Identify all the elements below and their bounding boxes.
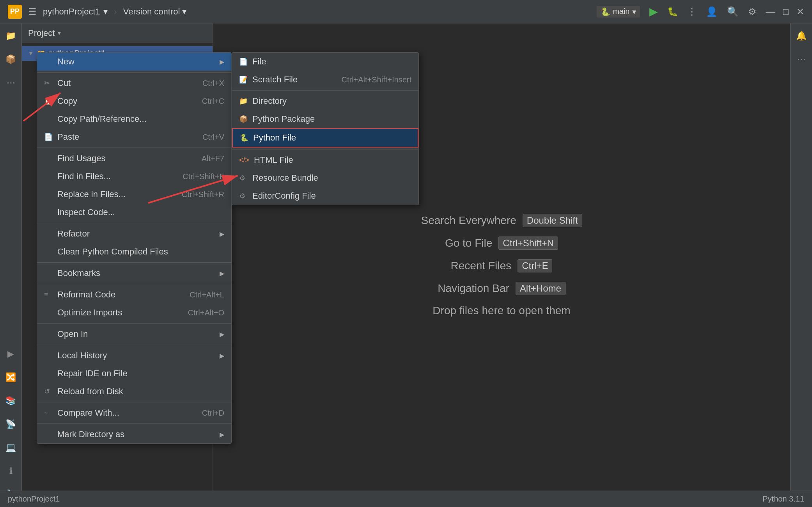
hint-recent-files: Recent Files Ctrl+E — [451, 259, 553, 272]
sidebar-item-project[interactable]: 📁 — [3, 28, 19, 44]
ctx-item-find-usages[interactable]: Find Usages Alt+F7 — [37, 149, 231, 167]
ctx-shortcut-compare-with: Ctrl+D — [202, 409, 224, 418]
ctx-item-repair-ide[interactable]: Repair IDE on File — [37, 365, 231, 382]
hint-drop-files: Drop files here to open them — [433, 304, 570, 317]
ctx-sep3 — [37, 223, 231, 223]
titlebar-right: 🐍 main ▾ ▶ 🐛 ⋮ 👤 🔍 ⚙ — □ ✕ — [597, 5, 804, 18]
ctx-label-new: New — [57, 57, 74, 67]
sidebar-item-run[interactable]: ▶ — [3, 346, 19, 362]
editorconfig-icon: ⚙ — [239, 192, 248, 200]
ctx-new-sep1 — [232, 90, 418, 91]
ctx-new-file[interactable]: 📄 File — [232, 53, 418, 71]
ctx-shortcut-find-usages: Alt+F7 — [202, 154, 224, 163]
ctx-label-refactor: Refactor — [57, 229, 90, 239]
project-arrow: ▾ — [103, 7, 108, 17]
right-icon-bell[interactable]: 🔔 — [794, 28, 809, 44]
new-submenu[interactable]: 📄 File 📝 Scratch File Ctrl+Alt+Shift+Ins… — [232, 52, 419, 205]
ctx-new-directory[interactable]: 📁 Directory — [232, 92, 418, 110]
search-icon[interactable]: 🔍 — [727, 6, 739, 17]
ctx-item-bookmarks[interactable]: Bookmarks ▶ — [37, 264, 231, 282]
debug-button[interactable]: 🐛 — [667, 7, 678, 17]
ctx-new-python-file[interactable]: 🐍 Python File — [232, 128, 418, 148]
ctx-label-reload-disk: Reload from Disk — [57, 386, 123, 397]
ctx-label-bookmarks: Bookmarks — [57, 268, 100, 278]
ctx-new-html-label: HTML File — [254, 155, 293, 165]
ctx-item-find-in-files[interactable]: Find in Files... Ctrl+Shift+F — [37, 167, 231, 185]
ctx-label-find-usages: Find Usages — [57, 153, 106, 164]
ctx-arrow-bookmarks: ▶ — [220, 270, 224, 277]
ctx-item-compare-with[interactable]: ~ Compare With... Ctrl+D — [37, 404, 231, 422]
ctx-sep9 — [37, 423, 231, 424]
ctx-label-inspect-code: Inspect Code... — [57, 207, 115, 217]
ctx-new-scratch[interactable]: 📝 Scratch File Ctrl+Alt+Shift+Insert — [232, 71, 418, 89]
ctx-icon-reload-disk: ↺ — [44, 387, 53, 396]
ctx-item-replace-in-files[interactable]: Replace in Files... Ctrl+Shift+R — [37, 185, 231, 203]
ctx-item-new[interactable]: New ▶ — [37, 53, 231, 71]
scratch-file-icon: 📝 — [239, 75, 248, 84]
ctx-label-copy: Copy — [57, 96, 77, 106]
ctx-label-mark-directory: Mark Directory as — [57, 429, 124, 439]
sidebar-item-layers[interactable]: 📚 — [3, 393, 19, 409]
ctx-item-optimize-imports[interactable]: Optimize Imports Ctrl+Alt+O — [37, 304, 231, 322]
sidebar-header: Project ▾ — [22, 23, 213, 43]
ctx-item-reformat[interactable]: ≡ Reformat Code Ctrl+Alt+L — [37, 286, 231, 304]
hint-goto-file: Go to File Ctrl+Shift+N — [445, 237, 558, 250]
ctx-shortcut-find-in-files: Ctrl+Shift+F — [183, 172, 224, 181]
ctx-item-open-in[interactable]: Open In ▶ — [37, 325, 231, 343]
more-icon[interactable]: ⋮ — [687, 6, 697, 17]
hamburger-menu-icon[interactable]: ☰ — [28, 6, 37, 17]
ctx-item-inspect-code[interactable]: Inspect Code... — [37, 203, 231, 221]
sidebar-item-git[interactable]: 🔀 — [3, 370, 19, 385]
project-selector[interactable]: pythonProject1 ▾ — [43, 7, 108, 17]
ctx-arrow-open-in: ▶ — [220, 331, 224, 338]
version-control-selector[interactable]: Version control ▾ — [123, 7, 187, 17]
ctx-new-editorconfig[interactable]: ⚙ EditorConfig File — [232, 187, 418, 205]
ctx-sep2 — [37, 148, 231, 148]
ctx-item-mark-directory[interactable]: Mark Directory as ▶ — [37, 425, 231, 443]
sidebar-item-more[interactable]: ⋯ — [3, 75, 19, 91]
ctx-label-local-history: Local History — [57, 350, 107, 361]
ctx-label-cut: Cut — [57, 78, 71, 88]
sidebar-item-packages[interactable]: 📦 — [3, 52, 19, 67]
ctx-icon-reformat: ≡ — [44, 291, 53, 299]
sidebar-title: Project — [28, 28, 55, 38]
sidebar-item-terminal[interactable]: 💻 — [3, 440, 19, 455]
ctx-item-copy[interactable]: 📋 Copy Ctrl+C — [37, 92, 231, 110]
right-icon-more[interactable]: ⋯ — [794, 52, 809, 67]
ctx-arrow-mark-directory: ▶ — [220, 431, 224, 438]
ctx-item-local-history[interactable]: Local History ▶ — [37, 347, 231, 365]
ctx-shortcut-cut: Ctrl+X — [202, 79, 224, 88]
ctx-item-clean-python[interactable]: Clean Python Compiled Files — [37, 243, 231, 261]
account-icon[interactable]: 👤 — [706, 6, 718, 17]
tree-expand-icon: ▼ — [28, 50, 34, 57]
sidebar-item-broadcast[interactable]: 📡 — [3, 416, 19, 432]
ctx-item-cut[interactable]: ✂ Cut Ctrl+X — [37, 74, 231, 92]
ctx-item-refactor[interactable]: Refactor ▶ — [37, 225, 231, 243]
ctx-new-resource-label: Resource Bundle — [252, 173, 318, 183]
ctx-item-reload-disk[interactable]: ↺ Reload from Disk — [37, 382, 231, 400]
ctx-label-paste: Paste — [57, 132, 79, 142]
ctx-item-copy-path[interactable]: Copy Path/Reference... — [37, 110, 231, 128]
python-icon: 🐍 — [601, 7, 610, 16]
ctx-shortcut-optimize-imports: Ctrl+Alt+O — [188, 308, 224, 317]
ctx-new-python-package[interactable]: 📦 Python Package — [232, 110, 418, 128]
primary-context-menu[interactable]: New ▶ ✂ Cut Ctrl+X 📋 Copy Ctrl+C Copy Pa… — [37, 52, 232, 444]
sidebar-dropdown-icon[interactable]: ▾ — [58, 29, 61, 37]
maximize-button[interactable]: □ — [783, 6, 789, 17]
directory-icon: 📁 — [239, 97, 248, 105]
ctx-label-repair-ide: Repair IDE on File — [57, 368, 128, 379]
run-button[interactable]: ▶ — [649, 5, 658, 18]
ctx-new-html-file[interactable]: </> HTML File — [232, 151, 418, 169]
ctx-new-python-package-label: Python Package — [252, 114, 315, 124]
ctx-sep — [37, 72, 231, 73]
ctx-new-resource-bundle[interactable]: ⚙ Resource Bundle — [232, 169, 418, 187]
ctx-label-find-in-files: Find in Files... — [57, 171, 111, 181]
sidebar-item-info[interactable]: ℹ — [3, 463, 19, 479]
ctx-sep5 — [37, 284, 231, 284]
ctx-item-paste[interactable]: 📄 Paste Ctrl+V — [37, 128, 231, 146]
settings-icon[interactable]: ⚙ — [748, 6, 757, 17]
ctx-label-compare-with: Compare With... — [57, 408, 119, 418]
minimize-button[interactable]: — — [766, 6, 775, 17]
close-button[interactable]: ✕ — [796, 6, 804, 17]
branch-selector[interactable]: 🐍 main ▾ — [597, 6, 640, 18]
